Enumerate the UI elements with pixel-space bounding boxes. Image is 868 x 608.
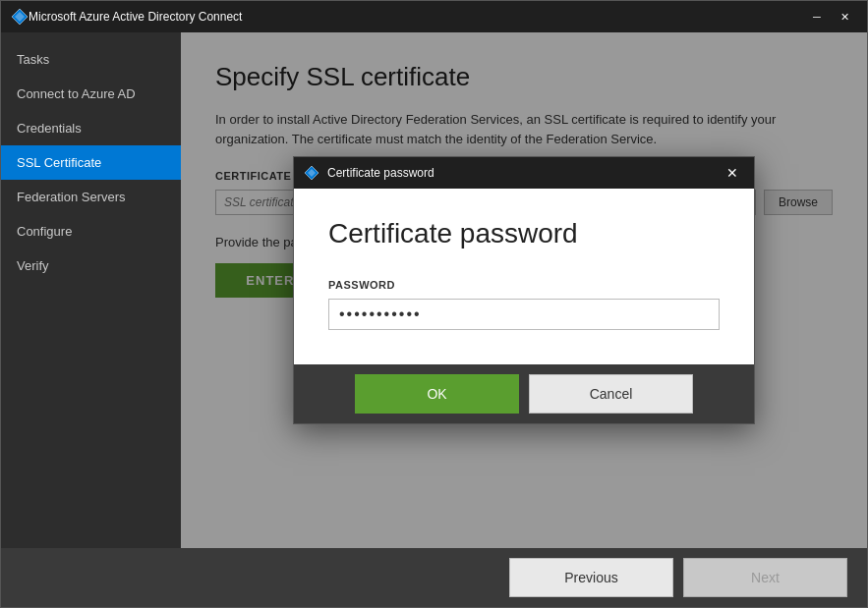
sidebar-item-ssl-cert[interactable]: SSL Certificate bbox=[1, 145, 181, 180]
azure-icon bbox=[11, 8, 29, 26]
sidebar-item-tasks[interactable]: Tasks bbox=[1, 42, 181, 77]
sidebar-item-configure[interactable]: Configure bbox=[1, 214, 181, 249]
modal-ok-button[interactable]: OK bbox=[355, 374, 519, 414]
modal-close-button[interactable]: ✕ bbox=[721, 163, 744, 183]
next-button: Next bbox=[683, 558, 847, 597]
modal-password-input[interactable] bbox=[328, 299, 720, 330]
modal-dialog: Certificate password ✕ Certificate passw… bbox=[293, 156, 755, 424]
bottom-bar: Previous Next bbox=[1, 548, 867, 607]
minimize-button[interactable]: ─ bbox=[804, 7, 830, 27]
modal-titlebar-title: Certificate password bbox=[327, 166, 721, 180]
sidebar-item-federation-servers[interactable]: Federation Servers bbox=[1, 180, 181, 214]
content-area: Tasks Connect to Azure AD Credentials SS… bbox=[1, 32, 867, 548]
modal-titlebar: Certificate password ✕ bbox=[294, 157, 754, 189]
modal-overlay: Certificate password ✕ Certificate passw… bbox=[181, 32, 867, 548]
titlebar-title: Microsoft Azure Active Directory Connect bbox=[29, 10, 804, 24]
titlebar: Microsoft Azure Active Directory Connect… bbox=[1, 1, 867, 32]
main-window: Microsoft Azure Active Directory Connect… bbox=[0, 0, 868, 608]
modal-footer: OK Cancel bbox=[294, 364, 754, 423]
sidebar-item-connect-azure[interactable]: Connect to Azure AD bbox=[1, 77, 181, 111]
sidebar-item-verify[interactable]: Verify bbox=[1, 249, 181, 283]
modal-title: Certificate password bbox=[328, 218, 720, 249]
modal-body: Certificate password PASSWORD bbox=[294, 189, 754, 364]
modal-password-label: PASSWORD bbox=[328, 279, 720, 291]
modal-azure-icon bbox=[304, 165, 319, 181]
main-content: Specify SSL certificate In order to inst… bbox=[181, 32, 867, 548]
sidebar: Tasks Connect to Azure AD Credentials SS… bbox=[1, 32, 181, 548]
close-button[interactable]: ✕ bbox=[832, 7, 857, 27]
titlebar-controls: ─ ✕ bbox=[804, 7, 857, 27]
sidebar-item-credentials[interactable]: Credentials bbox=[1, 111, 181, 145]
previous-button[interactable]: Previous bbox=[509, 558, 673, 597]
modal-cancel-button[interactable]: Cancel bbox=[529, 374, 693, 414]
